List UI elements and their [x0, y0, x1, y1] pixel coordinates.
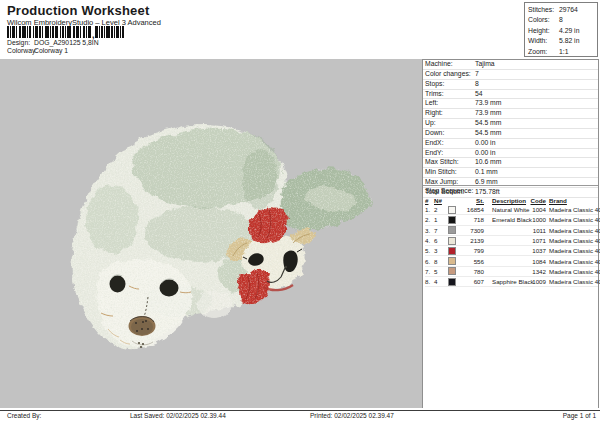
- stat-label: Height:: [528, 26, 559, 36]
- info-value: 8: [475, 80, 479, 89]
- info-value: 73.9 mm: [475, 99, 501, 108]
- stat-label: Colors:: [528, 15, 559, 25]
- info-label: Color changes:: [425, 70, 475, 79]
- stop-needle: 6: [434, 237, 446, 244]
- stop-num: 4.: [425, 237, 434, 244]
- design-value: DOG_A290125 5,8IN: [34, 39, 99, 46]
- design-row: Design: DOG_A290125 5,8IN: [7, 39, 99, 46]
- stop-row: 8.4 607 Sapphire Black 1009 Madeira Clas…: [425, 277, 598, 287]
- stop-row: 7.5 780 1342 Madeira Classic 40: [425, 267, 598, 277]
- stop-needle: 7: [434, 227, 446, 234]
- thread-color-chip: [448, 206, 456, 214]
- stop-stitches: 556: [458, 258, 484, 265]
- colorway-row: Colorway: Colorway 1: [7, 47, 68, 54]
- machine-info-list: Machine:Tajima Color changes:7 Stops:8 T…: [423, 60, 598, 198]
- footer-divider: [0, 410, 600, 411]
- design-barcode: [7, 26, 131, 39]
- info-value: 0.1 mm: [475, 168, 498, 177]
- design-info-panel: Machine:Tajima Color changes:7 Stops:8 T…: [422, 59, 599, 408]
- thread-color-chip: [448, 278, 456, 286]
- stat-value: 1:1: [559, 47, 568, 57]
- stat-label: Stitches:: [528, 5, 559, 15]
- info-label: Machine:: [425, 60, 475, 69]
- stop-stitches: 16854: [458, 206, 484, 213]
- stop-row: 5.3 799 1037 Madeira Classic 40: [425, 246, 598, 256]
- info-value: 73.9 mm: [475, 109, 501, 118]
- stop-needle: 5: [434, 268, 446, 275]
- panel-divider: [423, 185, 598, 186]
- stop-needle: 3: [434, 247, 446, 254]
- col-needle: N#: [434, 197, 446, 204]
- stop-code: 1037: [530, 247, 546, 254]
- machine-info-row: Stops:8: [423, 80, 598, 90]
- info-value: 0.00 in: [475, 149, 495, 158]
- stop-description: Sapphire Black: [492, 278, 530, 285]
- machine-info-row: Machine:Tajima: [423, 60, 598, 70]
- design-canvas: [0, 59, 422, 408]
- footer-created-by: Created By:: [7, 412, 41, 419]
- stop-description: Emerald Black: [492, 216, 530, 223]
- thread-color-chip: [448, 237, 456, 245]
- stat-colors: Colors:8: [525, 15, 597, 25]
- info-label: EndY:: [425, 149, 475, 158]
- stop-num: 6.: [425, 258, 434, 265]
- machine-info-row: Color changes:7: [423, 70, 598, 80]
- stop-num: 8.: [425, 278, 434, 285]
- stop-sequence-header: # N# St. Description Code Brand: [425, 196, 598, 205]
- stop-num: 1.: [425, 206, 434, 213]
- stat-height: Height:4.29 in: [525, 26, 597, 36]
- stop-row: 1.2 16854 Natural White 1004 Madeira Cla…: [425, 205, 598, 215]
- design-label: Design:: [7, 39, 34, 46]
- machine-info-row: Down:54.5 mm: [423, 129, 598, 139]
- stop-stitches: 7309: [458, 227, 484, 234]
- col-brand: Brand: [549, 197, 598, 204]
- info-value: 0.00 in: [475, 139, 495, 148]
- stop-brand: Madeira Classic 40: [549, 237, 600, 244]
- col-stitches: St.: [458, 197, 484, 204]
- thread-color-chip: [448, 226, 456, 234]
- footer-printed: Printed: 02/02/2025 02.39.47: [310, 412, 394, 419]
- stop-code: 1071: [530, 237, 546, 244]
- design-stats-box: Stitches:29764 Colors:8 Height:4.29 in W…: [524, 2, 598, 57]
- thread-color-chip: [448, 267, 456, 275]
- thread-color-chip: [448, 257, 456, 265]
- machine-info-row: Max Stitch:10.6 mm: [423, 158, 598, 168]
- stop-num: 7.: [425, 268, 434, 275]
- info-value: Tajima: [475, 60, 495, 69]
- info-label: Up:: [425, 119, 475, 128]
- footer-last-saved: Last Saved: 02/02/2025 02.39.44: [130, 412, 226, 419]
- stop-code: 1011: [530, 227, 546, 234]
- stop-description: Natural White: [492, 206, 530, 213]
- info-label: Down:: [425, 129, 475, 138]
- col-num: #: [425, 197, 434, 204]
- info-label: Right:: [425, 109, 475, 118]
- stop-code: 1009: [530, 278, 546, 285]
- stop-brand: Madeira Classic 40: [549, 247, 600, 254]
- stop-row: 2.1 718 Emerald Black 1000 Madeira Class…: [425, 215, 598, 225]
- info-value: 54.5 mm: [475, 129, 501, 138]
- info-value: 54: [475, 90, 483, 99]
- footer-page-number: Page 1 of 1: [563, 412, 596, 419]
- stop-sequence-title: Stop Sequence:: [425, 187, 473, 194]
- page-title: Production Worksheet: [7, 3, 149, 18]
- info-label: Max Stitch:: [425, 158, 475, 167]
- machine-info-row: Left:73.9 mm: [423, 99, 598, 109]
- stat-zoom: Zoom:1:1: [525, 47, 597, 57]
- stat-label: Width:: [528, 36, 559, 46]
- thread-color-chip: [448, 247, 456, 255]
- stop-stitches: 2139: [458, 237, 484, 244]
- machine-info-row: EndY:0.00 in: [423, 149, 598, 159]
- info-label: Min Stitch:: [425, 168, 475, 177]
- stop-stitches: 780: [458, 268, 484, 275]
- stop-code: 1342: [530, 268, 546, 275]
- stat-stitches: Stitches:29764: [525, 5, 597, 15]
- info-label: Left:: [425, 99, 475, 108]
- stop-sequence-table: 1.2 16854 Natural White 1004 Madeira Cla…: [425, 205, 598, 287]
- machine-info-row: EndX:0.00 in: [423, 139, 598, 149]
- info-label: EndX:: [425, 139, 475, 148]
- stop-brand: Madeira Classic 40: [549, 268, 600, 275]
- embroidery-design: [0, 59, 422, 408]
- stop-brand: Madeira Classic 40: [549, 227, 600, 234]
- colorway-value: Colorway 1: [34, 47, 68, 54]
- stop-brand: Madeira Classic 40: [549, 278, 600, 285]
